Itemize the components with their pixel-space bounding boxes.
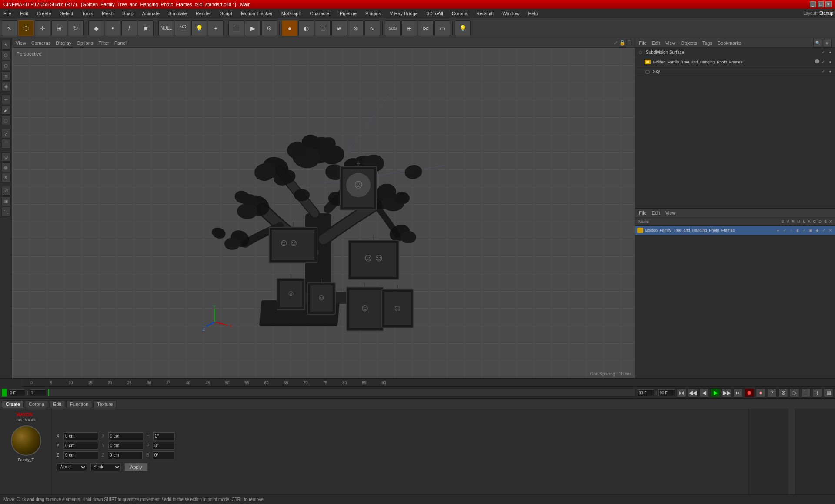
obj-row-family-tree[interactable]: Golden_Family_Tree_and_Hanging_Photo_Fra… bbox=[635, 226, 835, 235]
left-tool-noise[interactable]: ⋱ bbox=[1, 207, 11, 216]
tool-move[interactable]: ✛ bbox=[35, 20, 50, 36]
left-tool-generate[interactable]: ⊕ bbox=[1, 82, 11, 91]
minimize-button[interactable]: _ bbox=[810, 1, 816, 7]
tool-object-mode[interactable]: ◆ bbox=[88, 20, 104, 36]
left-tool-deform[interactable]: ≋ bbox=[1, 71, 11, 81]
viewport-3d[interactable]: ☺ ☺☺ bbox=[12, 48, 635, 378]
playhead-marker[interactable] bbox=[2, 389, 7, 397]
obj-bottom-menu-view[interactable]: View bbox=[665, 210, 676, 216]
tab-create[interactable]: Create bbox=[2, 400, 24, 408]
tool-camera[interactable]: 🎬 bbox=[175, 20, 190, 36]
left-tool-line[interactable]: ╱ bbox=[1, 129, 11, 138]
menu-help[interactable]: Help bbox=[526, 10, 540, 17]
scale-dropdown[interactable]: Scale bbox=[90, 463, 121, 471]
obj-search-icon[interactable]: 🔍 bbox=[813, 39, 822, 47]
tool-generator[interactable]: ⊗ bbox=[348, 20, 364, 36]
obj-menu-file[interactable]: File bbox=[639, 40, 647, 46]
menu-pipeline[interactable]: Pipeline bbox=[338, 10, 358, 17]
maximize-button[interactable]: □ bbox=[818, 1, 824, 7]
viewport-tab-panel[interactable]: Panel bbox=[114, 40, 127, 46]
viewport-tab-options[interactable]: Options bbox=[77, 40, 93, 46]
menu-corona[interactable]: Corona bbox=[450, 10, 469, 17]
play-record[interactable]: ⏺ bbox=[745, 388, 754, 397]
obj-menu-tags[interactable]: Tags bbox=[702, 40, 712, 46]
tab-function[interactable]: Function bbox=[66, 400, 92, 408]
left-tool-spline[interactable]: ⬠ bbox=[1, 61, 11, 70]
viewport-tab-display[interactable]: Display bbox=[56, 40, 71, 46]
play-to-start[interactable]: ⏮ bbox=[677, 388, 686, 397]
play-to-end[interactable]: ⏭ bbox=[733, 388, 743, 397]
total-frames-input[interactable] bbox=[658, 389, 675, 396]
viewport-tab-filter[interactable]: Filter bbox=[98, 40, 109, 46]
tab-texture[interactable]: Texture bbox=[93, 400, 117, 408]
left-tool-paint[interactable]: ✏ bbox=[1, 95, 11, 104]
close-button[interactable]: ✕ bbox=[825, 1, 832, 7]
tool-rotate[interactable]: ↻ bbox=[68, 20, 84, 36]
menu-window[interactable]: Window bbox=[501, 10, 521, 17]
obj-bottom-menu-file[interactable]: File bbox=[639, 210, 647, 216]
play-prev[interactable]: ◀ bbox=[699, 388, 709, 397]
obj-menu-edit[interactable]: Edit bbox=[652, 40, 660, 46]
play-mode[interactable]: ▷ bbox=[790, 388, 799, 397]
coord-y-rot[interactable] bbox=[108, 442, 143, 450]
play-record3[interactable]: ? bbox=[767, 388, 777, 397]
viewport-maximize[interactable]: ⤢ bbox=[614, 40, 618, 46]
coord-x-rot[interactable] bbox=[108, 432, 143, 440]
tool-material-copy[interactable]: ◐ bbox=[298, 20, 314, 36]
menu-simulate[interactable]: Simulate bbox=[167, 10, 189, 17]
menu-mesh[interactable]: Mesh bbox=[100, 10, 115, 17]
menu-plugins[interactable]: Plugins bbox=[364, 10, 383, 17]
viewport-tab-view[interactable]: View bbox=[16, 40, 26, 46]
viewport-settings[interactable]: ☰ bbox=[627, 40, 631, 46]
apply-button[interactable]: Apply bbox=[124, 463, 148, 471]
play-timeline[interactable]: ▦ bbox=[824, 388, 833, 397]
tool-xref[interactable]: ⊞ bbox=[401, 20, 417, 36]
menu-snap[interactable]: Snap bbox=[120, 10, 135, 17]
menu-animate[interactable]: Animate bbox=[140, 10, 161, 17]
tool-point-mode[interactable]: • bbox=[105, 20, 120, 36]
left-tool-pointer[interactable]: ↖ bbox=[1, 40, 11, 50]
timeline-track[interactable] bbox=[48, 389, 635, 397]
tab-corona[interactable]: Corona bbox=[25, 400, 48, 408]
coord-x-scale[interactable] bbox=[153, 432, 175, 440]
obj-item-subdivision[interactable]: ⬡ Subdivision Surface ✓ ● bbox=[635, 48, 835, 57]
obj-menu-objects[interactable]: Objects bbox=[681, 40, 697, 46]
menu-vray[interactable]: V-Ray Bridge bbox=[388, 10, 420, 17]
world-dropdown[interactable]: World Object bbox=[57, 463, 87, 471]
obj-item-family-tree[interactable]: 📁 Golden_Family_Tree_and_Hanging_Photo_F… bbox=[635, 57, 835, 67]
tool-cursor[interactable]: ↖ bbox=[2, 20, 17, 36]
obj-settings-icon[interactable]: ⚙ bbox=[823, 39, 832, 47]
left-tool-motion[interactable]: ◌ bbox=[1, 116, 11, 125]
current-frame-input[interactable] bbox=[9, 389, 25, 396]
left-tool-target[interactable]: ⊙ bbox=[1, 152, 11, 162]
menu-select[interactable]: Select bbox=[58, 10, 75, 17]
left-tool-sculpt[interactable]: 🖌 bbox=[1, 105, 11, 115]
menu-create[interactable]: Create bbox=[35, 10, 53, 17]
tool-live-select[interactable]: ⬡ bbox=[18, 20, 34, 36]
tool-snap-settings[interactable]: ⋈ bbox=[418, 20, 434, 36]
coord-z-scale[interactable] bbox=[153, 451, 174, 459]
tool-light2[interactable]: 💡 bbox=[455, 20, 471, 36]
menu-redshift[interactable]: Redshift bbox=[474, 10, 495, 17]
tool-light[interactable]: 💡 bbox=[191, 20, 207, 36]
tool-null[interactable]: NULL bbox=[158, 20, 174, 36]
play-prev-frame[interactable]: ◀◀ bbox=[688, 388, 698, 397]
coord-x-pos[interactable] bbox=[63, 432, 98, 440]
tool-material-new[interactable]: ● bbox=[282, 20, 297, 36]
frame-step-input[interactable] bbox=[30, 389, 46, 396]
tool-spline[interactable]: ∿ bbox=[364, 20, 380, 36]
tool-poly-mode[interactable]: ▣ bbox=[138, 20, 154, 36]
play-next[interactable]: ▶▶ bbox=[722, 388, 731, 397]
left-tool-twist[interactable]: ↺ bbox=[1, 186, 11, 196]
tool-sds[interactable]: SDS bbox=[385, 20, 401, 36]
menu-3dtall[interactable]: 3DToAll bbox=[425, 10, 445, 17]
menu-script[interactable]: Script bbox=[218, 10, 234, 17]
play-curve[interactable]: ⌇ bbox=[812, 388, 822, 397]
coord-y-pos[interactable] bbox=[63, 442, 98, 450]
menu-motion-tracker[interactable]: Motion Tracker bbox=[239, 10, 274, 17]
obj-menu-view[interactable]: View bbox=[665, 40, 676, 46]
tool-floor[interactable]: ▭ bbox=[434, 20, 450, 36]
menu-tools[interactable]: Tools bbox=[80, 10, 95, 17]
play-record2[interactable]: ● bbox=[756, 388, 765, 397]
tool-scale[interactable]: ⊞ bbox=[51, 20, 67, 36]
